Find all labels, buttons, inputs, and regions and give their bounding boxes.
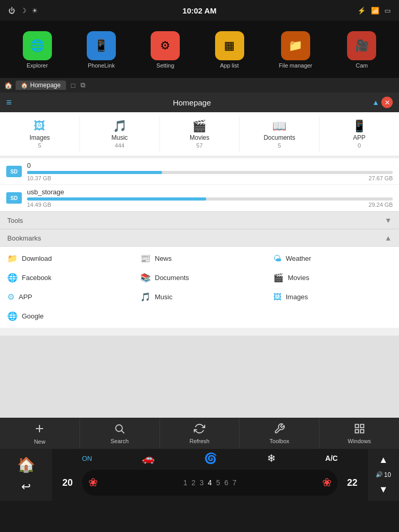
fan-num-5[interactable]: 5 <box>216 478 220 487</box>
power-icon: ⏻ <box>8 7 15 15</box>
toolbar-new[interactable]: New <box>0 418 80 449</box>
tab-home-icon: 🏠 <box>4 82 12 89</box>
bookmark-app[interactable]: ⚙ APP <box>0 287 133 307</box>
volume-up-button[interactable]: ▲ <box>379 455 388 466</box>
toolbar-search[interactable]: Search <box>80 418 160 449</box>
app-label-phonelink: PhoneLink <box>88 62 115 69</box>
toolbar-icon-toolbox <box>274 423 285 437</box>
back-button[interactable]: ↩ <box>21 480 31 494</box>
app-cam[interactable]: 🎥 Cam <box>347 31 376 69</box>
bookmark-download[interactable]: 📁 Download <box>0 249 133 268</box>
toolbar-label-search: Search <box>111 438 129 444</box>
app-explorer[interactable]: 🌐 Explorer <box>23 31 52 69</box>
storage-info: 0 10.37 GB 27.67 GB <box>27 162 393 181</box>
car-mid-controls: 20 ❀ 1234567 ❀ 22 <box>52 464 368 501</box>
svg-rect-6 <box>360 429 363 432</box>
bookmark-documents[interactable]: 📚 Documents <box>133 268 266 287</box>
media-count-documents: 5 <box>278 142 281 149</box>
app-applist[interactable]: ▦ App list <box>215 31 244 69</box>
bookmarks-section-header[interactable]: Bookmarks ▲ <box>0 229 399 247</box>
storage-bar-bg <box>27 197 393 201</box>
tab-homepage[interactable]: 🏠 Homepage <box>16 81 66 90</box>
fan-num-7[interactable]: 7 <box>232 478 236 487</box>
media-item-app[interactable]: 📱 APP 0 <box>320 116 399 152</box>
app-label-explorer: Explorer <box>26 62 48 69</box>
minimize-arrow[interactable]: ▲ <box>372 98 379 107</box>
main-content: 🖼 Images 5 🎵 Music 444 🎬 Movies 57 📖 Doc… <box>0 112 399 336</box>
usb-icon: ⚡ <box>357 7 366 15</box>
fan-right-icon: ❀ <box>322 476 331 489</box>
tab-duplicate-icon: □ <box>71 82 75 89</box>
svg-point-2 <box>116 424 123 431</box>
bookmark-news[interactable]: 📰 News <box>133 249 266 268</box>
car-nav-buttons: 🏠 ↩ <box>0 449 52 501</box>
tools-toggle-icon: ▼ <box>384 216 392 224</box>
media-icon-documents: 📖 <box>272 119 286 133</box>
app-phonelink[interactable]: 📱 PhoneLink <box>87 31 116 69</box>
ac-label[interactable]: A/C <box>325 454 338 462</box>
toolbar-icon-refresh <box>194 423 205 437</box>
bookmark-facebook[interactable]: 🌐 Facebook <box>0 268 133 287</box>
media-label-music: Music <box>112 134 128 141</box>
bookmark-icon-google: 🌐 <box>7 311 18 321</box>
app-icon-setting: ⚙ <box>151 31 180 60</box>
bookmark-google[interactable]: 🌐 Google <box>0 307 133 326</box>
media-section: 🖼 Images 5 🎵 Music 444 🎬 Movies 57 📖 Doc… <box>0 112 399 156</box>
fan-num-3[interactable]: 3 <box>200 478 204 487</box>
storage-sizes: 14.49 GB 29.24 GB <box>27 202 393 208</box>
media-item-documents[interactable]: 📖 Documents 5 <box>240 116 320 152</box>
storage-row-0[interactable]: SD 0 10.37 GB 27.67 GB <box>0 158 399 185</box>
fan-num-6[interactable]: 6 <box>224 478 229 487</box>
bookmark-music[interactable]: 🎵 Music <box>133 287 266 307</box>
bookmark-label-movies: Movies <box>288 274 309 282</box>
bookmark-label-news: News <box>155 255 172 262</box>
home-button[interactable]: 🏠 <box>17 456 35 473</box>
menu-button[interactable]: ≡ <box>6 97 12 108</box>
media-label-documents: Documents <box>263 134 295 141</box>
storage-used: 10.37 GB <box>27 175 51 181</box>
tools-section-header[interactable]: Tools ▼ <box>0 211 399 229</box>
storage-row-usbstorage[interactable]: SD usb_storage 14.49 GB 29.24 GB <box>0 185 399 211</box>
app-filemanager[interactable]: 📁 File manager <box>279 31 312 69</box>
close-button[interactable]: ✕ <box>381 97 393 108</box>
media-item-images[interactable]: 🖼 Images 5 <box>0 116 80 152</box>
app-launcher: 🌐 Explorer 📱 PhoneLink ⚙ Setting ▦ App l… <box>0 21 399 78</box>
car-volume-controls: ▲ 🔊 10 ▼ <box>368 449 399 501</box>
seat-heat-icon[interactable]: 🚗 <box>142 452 155 464</box>
bookmark-label-download: Download <box>22 255 52 262</box>
toolbar-refresh[interactable]: Refresh <box>160 418 240 449</box>
status-left-icons: ⏻ ☽ ☀ <box>8 7 38 15</box>
temp-left[interactable]: 20 <box>57 477 78 488</box>
bookmark-weather[interactable]: 🌤 Weather <box>266 249 399 268</box>
svg-line-3 <box>122 430 125 433</box>
status-bar: ⏻ ☽ ☀ 10:02 AM ⚡ 📶 ▭ <box>0 0 399 21</box>
fan-num-4[interactable]: 4 <box>208 478 212 487</box>
toolbar-toolbox[interactable]: Toolbox <box>240 418 320 449</box>
ac-mode-icon[interactable]: 🌀 <box>204 452 217 464</box>
fan-num-2[interactable]: 2 <box>192 478 196 487</box>
ac-on-label[interactable]: ON <box>82 455 92 462</box>
temp-right[interactable]: 22 <box>342 477 363 488</box>
app-setting[interactable]: ⚙ Setting <box>151 31 180 69</box>
fan-num-1[interactable]: 1 <box>183 478 188 487</box>
storage-name: usb_storage <box>27 188 393 196</box>
media-label-movies: Movies <box>190 134 209 141</box>
storage-bar-fill <box>27 197 206 201</box>
defrost-icon[interactable]: ❄ <box>267 452 276 464</box>
tab-grid-icon: ⧉ <box>81 81 85 89</box>
bookmark-icon-music: 🎵 <box>140 292 151 302</box>
media-item-music[interactable]: 🎵 Music 444 <box>80 116 160 152</box>
storage-name: 0 <box>27 162 393 169</box>
storage-bar-fill <box>27 171 162 174</box>
svg-rect-7 <box>355 429 358 432</box>
bookmark-movies[interactable]: 🎬 Movies <box>266 268 399 287</box>
toolbar-windows[interactable]: Windows <box>320 418 399 449</box>
media-count-movies: 57 <box>196 142 203 149</box>
media-count-music: 444 <box>115 142 124 149</box>
bookmark-images[interactable]: 🖼 Images <box>266 287 399 307</box>
bookmark-icon-app: ⚙ <box>7 292 15 302</box>
bookmark-label-google: Google <box>22 312 44 320</box>
media-item-movies[interactable]: 🎬 Movies 57 <box>160 116 240 152</box>
volume-down-button[interactable]: ▼ <box>379 484 388 495</box>
media-label-app: APP <box>353 134 366 141</box>
